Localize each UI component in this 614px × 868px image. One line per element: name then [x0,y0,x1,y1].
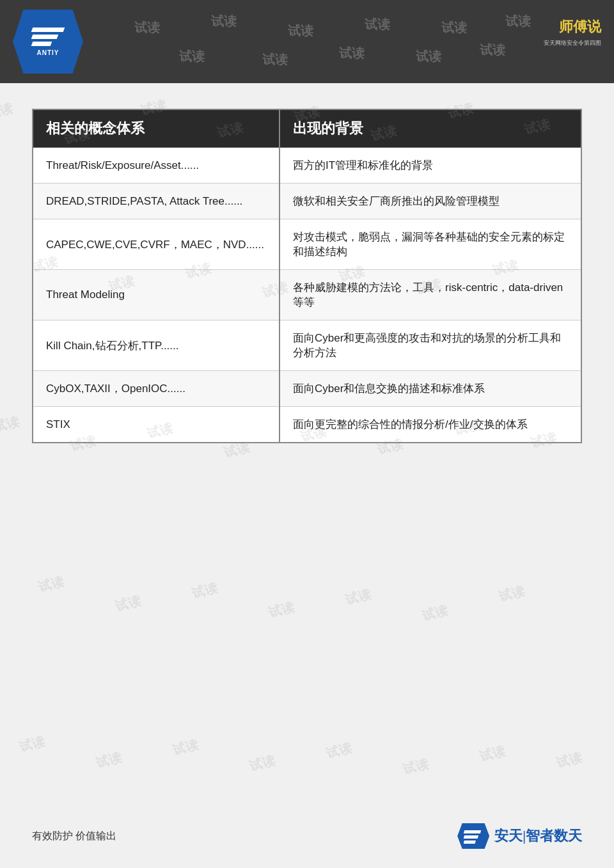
concept-table: 相关的概念体系 出现的背景 Threat/Risk/Exposure/Asset… [32,109,582,443]
wm-1: 试读 [134,19,160,36]
svg-rect-2 [464,840,476,844]
page-wm-34: 试读 [248,752,277,775]
wm-3: 试读 [288,22,313,40]
svg-rect-1 [464,835,478,839]
header-badge: 师傅说 安天网络安全令第四图 [524,6,601,58]
wm-11: 试读 [480,42,505,59]
logo-stripe-1 [31,28,65,32]
page-wm-38: 试读 [555,748,584,771]
footer-logo-text-group: 安天|智者数天 [494,826,582,846]
footer-slogan: 有效防护 价值输出 [32,830,116,843]
table-row: STIX面向更完整的综合性的情报分析/作业/交换的体系 [33,407,581,443]
page-wm-30: 试读 [497,582,526,605]
cell-left-3: Threat Modeling [33,270,279,320]
footer-logo-icon [457,823,489,849]
table-row: DREAD,STRIDE,PASTA, Attack Tree......微软和… [33,184,581,219]
wm-2: 试读 [211,13,237,30]
table-row: CAPEC,CWE,CVE,CVRF，MAEC，NVD......对攻击模式，脆… [33,219,581,270]
table-row: Threat Modeling各种威胁建模的方法论，工具，risk-centri… [33,270,581,320]
main-content: 相关的概念体系 出现的背景 Threat/Risk/Exposure/Asset… [0,83,614,462]
cell-right-3: 各种威胁建模的方法论，工具，risk-centric，data-driven等等 [279,270,581,320]
badge-title: 师傅说 [559,17,601,36]
wm-9: 试读 [339,45,365,62]
cell-left-1: DREAD,STRIDE,PASTA, Attack Tree...... [33,184,279,219]
cell-left-6: STIX [33,407,279,443]
cell-left-2: CAPEC,CWE,CVE,CVRF，MAEC，NVD...... [33,219,279,270]
cell-right-0: 西方的IT管理和标准化的背景 [279,148,581,184]
wm-7: 试读 [179,48,205,65]
logo-stripes [32,28,64,46]
wm-5: 试读 [441,19,467,36]
page-wm-27: 试读 [267,598,296,621]
footer-logo-sub: 安天|智者数天 [494,828,582,844]
footer-logo: 安天|智者数天 [457,823,582,849]
cell-right-1: 微软和相关安全厂商所推出的风险管理模型 [279,184,581,219]
page-wm-35: 试读 [324,739,354,762]
svg-rect-0 [464,830,481,833]
col-header-left: 相关的概念体系 [33,109,279,148]
header-logo: ANTIY [13,10,83,74]
cell-right-2: 对攻击模式，脆弱点，漏洞等各种基础的安全元素的标定和描述结构 [279,219,581,270]
cell-right-6: 面向更完整的综合性的情报分析/作业/交换的体系 [279,407,581,443]
page-wm-31: 试读 [17,732,47,755]
cell-left-4: Kill Chain,钻石分析,TTP...... [33,320,279,371]
page-wm-37: 试读 [478,742,507,765]
logo-stripe-3 [31,42,52,46]
wm-10: 试读 [416,48,441,65]
table-row: Kill Chain,钻石分析,TTP......面向Cyber和更高强度的攻击… [33,320,581,371]
logo-stripe-2 [31,35,59,39]
page-wm-33: 试读 [171,736,200,759]
table-row: CybOX,TAXII，OpenIOC......面向Cyber和信息交换的描述… [33,371,581,407]
logo-text: ANTIY [37,49,59,56]
cell-left-0: Threat/Risk/Exposure/Asset...... [33,148,279,184]
page-wm-25: 试读 [113,592,143,615]
page-wm-26: 试读 [190,579,219,602]
page-wm-24: 试读 [36,572,66,596]
footer-logo-svg [464,828,483,844]
badge-subtitle: 安天网络安全令第四图 [544,39,601,47]
cell-right-4: 面向Cyber和更高强度的攻击和对抗的场景的分析工具和分析方法 [279,320,581,371]
cell-left-5: CybOX,TAXII，OpenIOC...... [33,371,279,407]
wm-8: 试读 [262,51,288,68]
page-wm-28: 试读 [343,585,373,608]
cell-right-5: 面向Cyber和信息交换的描述和标准体系 [279,371,581,407]
page-wm-32: 试读 [94,748,123,771]
footer: 有效防护 价值输出 安天|智者数天 [0,823,614,849]
page-wm-29: 试读 [420,601,450,624]
wm-4: 试读 [365,16,390,33]
page-wm-36: 试读 [401,755,430,778]
header: ANTIY 试读 试读 试读 试读 试读 试读 试读 试读 试读 试读 试读 师… [0,0,614,83]
col-header-right: 出现的背景 [279,109,581,148]
table-row: Threat/Risk/Exposure/Asset......西方的IT管理和… [33,148,581,184]
